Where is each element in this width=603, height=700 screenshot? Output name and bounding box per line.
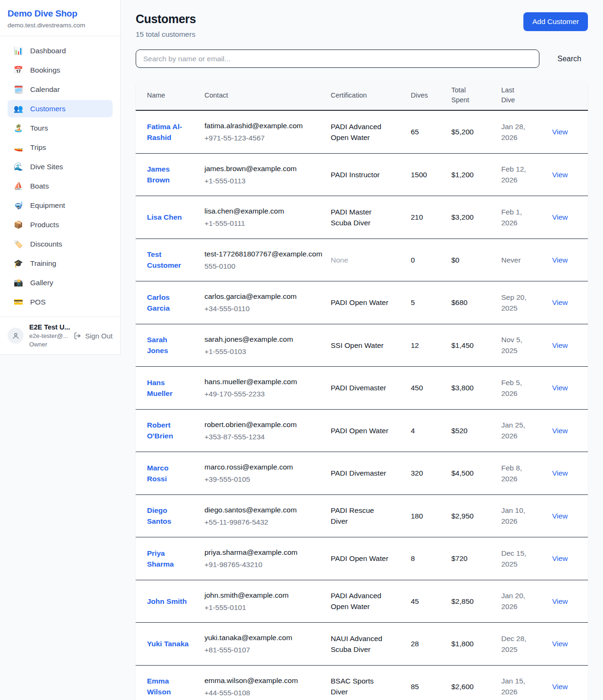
customer-certification: PADI Open Water [331,409,411,452]
customer-name-link[interactable]: Test Customer [147,250,181,269]
sidebar-item-boats[interactable]: ⛵Boats [8,177,113,195]
view-link[interactable]: View [552,341,568,349]
user-name: E2E Test U... [29,323,68,331]
search-button[interactable]: Search [551,55,588,63]
people-icon: 👥 [14,104,23,113]
customer-name-link[interactable]: John Smith [147,597,187,605]
customer-name-link[interactable]: Robert O'Brien [147,421,173,440]
customer-certification: PADI Divemaster [331,452,411,495]
customers-table-card: NameContactCertificationDivesTotal Spent… [136,81,588,700]
customer-dives: 85 [411,665,451,700]
sidebar-item-calendar[interactable]: 🗓️Calendar [8,81,113,98]
customer-phone: +44-555-0108 [204,687,323,698]
sidebar-item-customers[interactable]: 👥Customers [8,100,113,117]
view-link[interactable]: View [552,256,568,264]
customer-dives: 8 [411,537,451,580]
sidebar-item-discounts[interactable]: 🏷️Discounts [8,235,113,253]
diving-mask-icon: 🤿 [14,201,23,210]
customer-email: test-1772681807767@example.com [204,248,323,259]
view-link[interactable]: View [552,469,568,477]
page-header: Customers 15 total customers Add Custome… [136,12,588,39]
table-row: Sarah Jonessarah.jones@example.com+1-555… [136,324,588,367]
view-link[interactable]: View [552,512,568,520]
sidebar-item-label: Dive Sites [30,163,63,171]
customer-email: yuki.tanaka@example.com [204,632,323,643]
table-row: Carlos Garciacarlos.garcia@example.com+3… [136,281,588,324]
customer-total-spent: $3,800 [451,367,501,410]
table-row: James Brownjames.brown@example.com+1-555… [136,153,588,196]
customer-phone: +39-555-0105 [204,474,323,485]
column-header: Total Spent [451,81,501,110]
customer-phone: +353-87-555-1234 [204,431,323,442]
customer-contact-cell: robert.obrien@example.com+353-87-555-123… [204,409,331,452]
view-link[interactable]: View [552,427,568,435]
customer-last-dive: Feb 1, 2026 [501,196,552,239]
customer-name-link[interactable]: Priya Sharma [147,549,174,568]
view-link[interactable]: View [552,640,568,648]
sidebar-item-tours[interactable]: 🏝️Tours [8,119,113,137]
table-row: Robert O'Brienrobert.obrien@example.com+… [136,409,588,452]
speedboat-icon: 🚤 [14,143,23,152]
sidebar-item-pos[interactable]: 💳POS [8,293,113,311]
customer-last-dive: Feb 12, 2026 [501,153,552,196]
view-link[interactable]: View [552,683,568,691]
customer-contact-cell: fatima.alrashid@example.com+971-55-123-4… [204,110,331,153]
customer-email: james.brown@example.com [204,163,323,174]
customer-total-spent: $4,500 [451,452,501,495]
view-link[interactable]: View [552,213,568,221]
customer-name-link[interactable]: Marco Rossi [147,464,169,483]
sidebar-item-label: Training [30,259,56,268]
view-link[interactable]: View [552,554,568,562]
sidebar-item-bookings[interactable]: 📅Bookings [8,61,113,79]
customer-name-link[interactable]: Diego Santos [147,506,171,525]
customer-email: emma.wilson@example.com [204,675,323,686]
customer-name-link[interactable]: Lisa Chen [147,213,182,221]
sidebar-item-products[interactable]: 📦Products [8,216,113,233]
table-row: Emma Wilsonemma.wilson@example.com+44-55… [136,665,588,700]
customer-name-link[interactable]: Emma Wilson [147,677,171,696]
table-row: Fatima Al-Rashidfatima.alrashid@example.… [136,110,588,153]
customer-phone: +49-170-555-2233 [204,388,323,399]
shop-domain: demo.test.divestreams.com [8,22,113,29]
sidebar-item-equipment[interactable]: 🤿Equipment [8,197,113,214]
customer-contact-cell: hans.mueller@example.com+49-170-555-2233 [204,367,331,410]
sign-out-button[interactable]: Sign Out [73,332,113,340]
customer-name-link[interactable]: Sarah Jones [147,336,168,354]
sidebar-item-trips[interactable]: 🚤Trips [8,139,113,156]
customer-last-dive: Dec 28, 2025 [501,623,552,666]
customer-last-dive: Jan 28, 2026 [501,110,552,153]
customer-name-link[interactable]: Hans Mueller [147,379,172,397]
graduation-cap-icon: 🎓 [14,259,23,268]
view-link[interactable]: View [552,384,568,392]
customer-name-link[interactable]: Yuki Tanaka [147,640,188,648]
customer-certification: PADI Instructor [331,153,411,196]
view-link[interactable]: View [552,171,568,179]
avatar [8,328,24,344]
shop-name: Demo Dive Shop [8,8,113,19]
sidebar-item-training[interactable]: 🎓Training [8,255,113,272]
sidebar-item-dashboard[interactable]: 📊Dashboard [8,42,113,59]
customer-email: diego.santos@example.com [204,504,323,515]
view-link[interactable]: View [552,597,568,605]
customer-last-dive: Jan 20, 2026 [501,580,552,623]
sidebar-item-gallery[interactable]: 📸Gallery [8,274,113,291]
sidebar-item-label: Calendar [30,85,60,94]
customer-name-link[interactable]: James Brown [147,165,170,184]
view-link[interactable]: View [552,128,568,136]
customer-total-spent: $5,200 [451,110,501,153]
customer-certification: PADI Open Water [331,537,411,580]
search-input[interactable] [136,49,539,68]
customer-name-link[interactable]: Carlos Garcia [147,293,170,312]
customer-email: john.smith@example.com [204,590,323,601]
customer-name-link[interactable]: Fatima Al-Rashid [147,123,182,141]
customer-certification: None [331,239,411,281]
view-link[interactable]: View [552,298,568,306]
add-customer-button[interactable]: Add Customer [523,12,588,31]
sidebar-item-dive-sites[interactable]: 🌊Dive Sites [8,158,113,175]
customer-email: priya.sharma@example.com [204,547,323,558]
customer-total-spent: $2,600 [451,665,501,700]
sailboat-icon: ⛵ [14,181,23,190]
customer-phone: +91-98765-43210 [204,559,323,570]
total-customers-count: 15 total customers [136,30,196,39]
customer-email: hans.mueller@example.com [204,376,323,387]
